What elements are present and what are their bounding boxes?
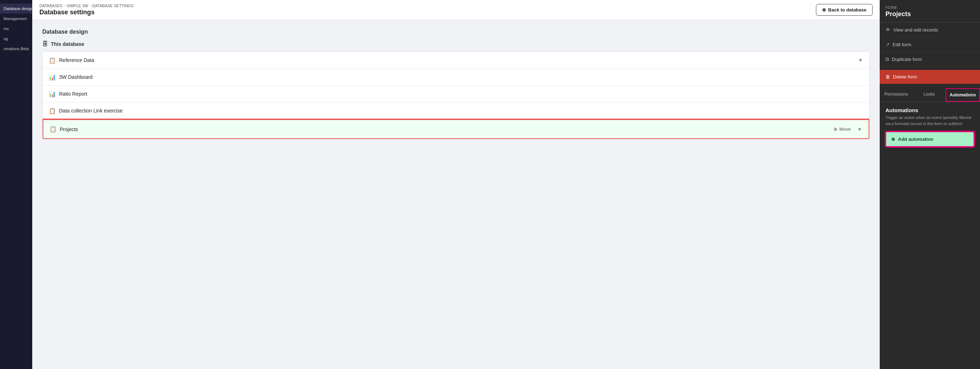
table-row[interactable]: 📋 Reference Data ▼ bbox=[43, 52, 869, 69]
table-row-left: 📋 Data collection Link exercise bbox=[49, 108, 123, 114]
content: Database design 🗄 This database 📋 Refere… bbox=[32, 20, 880, 369]
header: DATABASES › SIMPLE 3W › DATABASE SETTING… bbox=[32, 0, 880, 20]
view-edit-label: View and edit records bbox=[893, 27, 938, 33]
breadcrumb-current: DATABASE SETTINGS bbox=[92, 3, 134, 8]
breadcrumb-sep2: › bbox=[89, 3, 91, 8]
tab-permissions[interactable]: Permissions bbox=[880, 88, 913, 102]
breadcrumb: DATABASES › SIMPLE 3W › DATABASE SETTING… bbox=[40, 3, 134, 8]
duplicate-form-label: Duplicate form bbox=[892, 57, 922, 62]
db-icon: 🗄 bbox=[42, 41, 48, 47]
chevron-down-icon: ▼ bbox=[857, 126, 862, 132]
delete-form-label: Delete form bbox=[893, 74, 917, 80]
sidebar-item-db-design[interactable]: Database design bbox=[0, 3, 32, 14]
table-name: Projects bbox=[60, 126, 78, 132]
table-row-left: 📊 Ratio Report bbox=[49, 91, 88, 97]
tab-locks[interactable]: Locks bbox=[913, 88, 946, 102]
sidebar-item-label: ms bbox=[3, 27, 9, 31]
duplicate-form-action[interactable]: ⧉ Duplicate form bbox=[880, 52, 980, 67]
rp-form-label: FORM bbox=[880, 0, 980, 10]
table-row[interactable]: 📋 Data collection Link exercise bbox=[43, 102, 869, 119]
edit-form-action[interactable]: ↗ Edit form bbox=[880, 37, 980, 52]
sidebar-item-automations[interactable]: omations Beta bbox=[0, 44, 32, 54]
table-icon: 📋 bbox=[49, 108, 56, 114]
table-row-left: 📋 Reference Data bbox=[49, 57, 94, 64]
table-row-left: 📋 Projects bbox=[50, 126, 78, 132]
table-icon: 📋 bbox=[50, 126, 56, 132]
table-row[interactable]: 📊 3W Dashboard bbox=[43, 69, 869, 86]
sidebar-item-label: Database design bbox=[3, 6, 32, 11]
breadcrumb-simple3w[interactable]: SIMPLE 3W bbox=[67, 3, 88, 8]
chevron-down-icon: ▼ bbox=[858, 57, 863, 63]
automations-title: Automations bbox=[885, 107, 974, 113]
table-icon: 📊 bbox=[49, 91, 56, 97]
table-row[interactable]: 📊 Ratio Report bbox=[43, 86, 869, 102]
tab-label: Locks bbox=[923, 92, 934, 97]
section-title-text: Database design bbox=[42, 29, 88, 35]
table-name: Reference Data bbox=[59, 57, 94, 63]
back-to-database-button[interactable]: ⊕ Back to database bbox=[816, 4, 873, 16]
tab-automations[interactable]: Automations bbox=[946, 88, 980, 102]
sidebar: Database design Management ms og omation… bbox=[0, 0, 32, 369]
sidebar-item-label: Management bbox=[3, 16, 27, 21]
table-name: Ratio Report bbox=[59, 91, 88, 97]
right-panel: FORM Projects 👁 View and edit records ↗ … bbox=[880, 0, 980, 369]
subsection-title: This database bbox=[51, 41, 84, 47]
delete-form-action[interactable]: 🗑 Delete form bbox=[880, 70, 980, 84]
edit-icon: ↗ bbox=[885, 41, 890, 47]
subsection-header: 🗄 This database bbox=[42, 41, 870, 47]
move-label: Move bbox=[839, 126, 851, 132]
tab-label: Permissions bbox=[885, 92, 908, 97]
automations-description: Trigger an action when an event (possibl… bbox=[885, 115, 974, 126]
automations-section: Automations Trigger an action when an ev… bbox=[880, 102, 980, 150]
table-name: Data collection Link exercise bbox=[59, 108, 123, 114]
add-icon: ⊕ bbox=[891, 137, 895, 142]
rp-form-title: Projects bbox=[880, 10, 980, 22]
eye-icon: 👁 bbox=[885, 27, 891, 33]
table-icon: 📊 bbox=[49, 74, 56, 80]
back-icon: ⊕ bbox=[822, 7, 826, 13]
sidebar-item-label: og bbox=[3, 37, 8, 41]
tab-label: Automations bbox=[950, 92, 976, 97]
rp-form-label-container: FORM Projects bbox=[880, 0, 980, 22]
add-automation-label: Add automation bbox=[898, 137, 934, 142]
breadcrumb-databases[interactable]: DATABASES bbox=[40, 3, 62, 8]
rp-tabs: Permissions Locks Automations bbox=[880, 88, 980, 102]
header-left: DATABASES › SIMPLE 3W › DATABASE SETTING… bbox=[40, 3, 134, 16]
table-name: 3W Dashboard bbox=[59, 74, 92, 80]
move-button[interactable]: ⊕ Move bbox=[830, 125, 854, 133]
table-row-left: 📊 3W Dashboard bbox=[49, 74, 92, 80]
sidebar-item-label: omations Beta bbox=[3, 46, 29, 51]
duplicate-icon: ⧉ bbox=[885, 56, 889, 62]
table-list: 📋 Reference Data ▼ 📊 3W Dashboard 📊 Rati… bbox=[42, 52, 870, 139]
move-icon: ⊕ bbox=[834, 126, 837, 132]
sidebar-item-management[interactable]: Management bbox=[0, 14, 32, 24]
view-edit-records-action[interactable]: 👁 View and edit records bbox=[880, 22, 980, 37]
main-wrapper: DATABASES › SIMPLE 3W › DATABASE SETTING… bbox=[32, 0, 880, 369]
add-automation-button[interactable]: ⊕ Add automation bbox=[885, 132, 974, 147]
section-title: Database design bbox=[42, 29, 870, 35]
table-icon: 📋 bbox=[49, 57, 56, 64]
table-row-actions: ⊕ Move ▼ bbox=[830, 125, 862, 133]
sidebar-item-og[interactable]: og bbox=[0, 34, 32, 44]
sidebar-item-ms[interactable]: ms bbox=[0, 24, 32, 34]
delete-icon: 🗑 bbox=[885, 74, 890, 80]
back-button-label: Back to database bbox=[828, 7, 867, 13]
table-row-selected[interactable]: 📋 Projects ⊕ Move ▼ bbox=[43, 119, 869, 139]
edit-form-label: Edit form bbox=[892, 42, 911, 47]
breadcrumb-sep1: › bbox=[64, 3, 65, 8]
page-title: Database settings bbox=[40, 9, 134, 16]
